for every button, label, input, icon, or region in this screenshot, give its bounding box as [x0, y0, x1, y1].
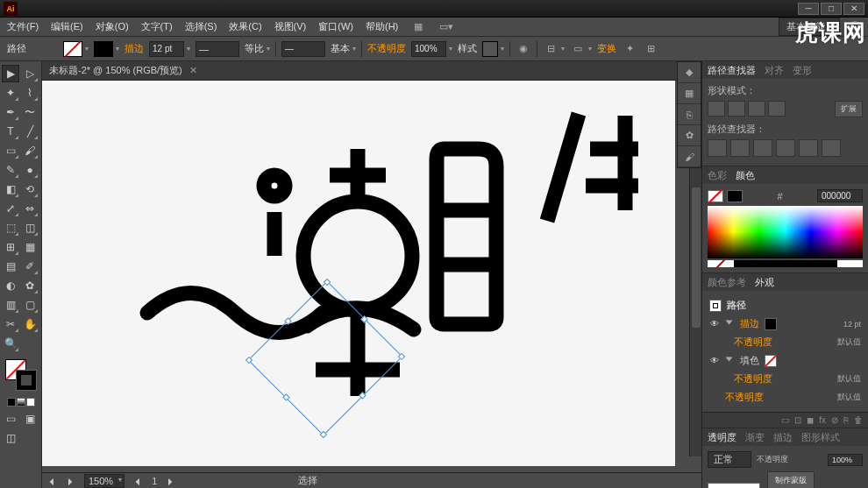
- outline-button[interactable]: [799, 139, 818, 157]
- dock-icon[interactable]: 🖌: [678, 146, 701, 167]
- stroke-color-swatch[interactable]: [765, 318, 777, 330]
- stroke-label[interactable]: 描边: [125, 42, 144, 55]
- merge-button[interactable]: [753, 139, 772, 157]
- menu-window[interactable]: 窗口(W): [318, 20, 353, 33]
- menu-select[interactable]: 选择(S): [185, 20, 217, 33]
- opacity-attr-label[interactable]: 不透明度: [734, 336, 772, 349]
- lasso-tool[interactable]: ⌇: [21, 84, 39, 102]
- magic-wand-tool[interactable]: ✦: [2, 84, 19, 102]
- appearance-row[interactable]: 不透明度 默认值: [708, 333, 863, 351]
- tab-stroke[interactable]: 描边: [773, 431, 793, 444]
- tab-graphic-styles[interactable]: 图形样式: [801, 431, 840, 444]
- tab-swatches[interactable]: 色彩: [708, 169, 727, 182]
- arrange-icon[interactable]: ▭▾: [438, 19, 454, 35]
- stroke-color-icon[interactable]: [16, 370, 37, 391]
- screen-mode-full[interactable]: ▣: [21, 410, 39, 428]
- minus-front-button[interactable]: [728, 101, 745, 117]
- unite-button[interactable]: [708, 101, 725, 117]
- color-spectrum[interactable]: [708, 206, 863, 258]
- recolor-icon[interactable]: ◉: [516, 41, 531, 57]
- dock-icon[interactable]: ▦: [678, 83, 701, 104]
- symbol-tool[interactable]: ✿: [21, 277, 39, 294]
- menu-help[interactable]: 帮助(H): [366, 20, 398, 33]
- stroke-weight-value[interactable]: 12 pt: [843, 320, 861, 329]
- artboard-nav-icon[interactable]: ⏵: [66, 476, 75, 486]
- tab-align[interactable]: 对齐: [765, 64, 784, 77]
- artboard-tool[interactable]: ▢: [21, 296, 39, 314]
- rotate-tool[interactable]: ⟲: [21, 180, 39, 198]
- expand-button[interactable]: 扩展: [835, 101, 863, 117]
- trim-button[interactable]: [730, 139, 750, 157]
- crop-button[interactable]: [776, 139, 795, 157]
- add-effect-icon[interactable]: fx: [819, 415, 826, 425]
- tab-pathfinder[interactable]: 路径查找器: [708, 64, 756, 77]
- disclosure-icon[interactable]: [726, 357, 733, 364]
- tab-close-icon[interactable]: ✕: [189, 65, 197, 76]
- bridge-icon[interactable]: ▦: [410, 19, 426, 35]
- appearance-row[interactable]: 👁 描边 12 pt: [708, 315, 863, 333]
- screen-mode-normal[interactable]: ▭: [2, 410, 19, 428]
- stroke-attr-label[interactable]: 描边: [740, 317, 759, 330]
- shape-builder-tool[interactable]: ◫: [21, 219, 39, 237]
- none-mode-icon[interactable]: [26, 398, 35, 407]
- artboard-nav-prev[interactable]: ⏴: [133, 476, 143, 486]
- fill-attr-label[interactable]: 填色: [740, 354, 759, 367]
- shape-icon[interactable]: ▭: [570, 41, 586, 57]
- minimize-button[interactable]: ─: [798, 3, 819, 15]
- zoom-tool[interactable]: 🔍: [2, 335, 19, 352]
- hand-tool[interactable]: ✋: [21, 315, 39, 333]
- style-swatch[interactable]: [482, 41, 498, 57]
- opacity-attr-label[interactable]: 不透明度: [725, 391, 764, 404]
- stroke-mini-swatch[interactable]: [727, 190, 743, 202]
- canvas[interactable]: ➤: [42, 81, 675, 466]
- visibility-icon[interactable]: [709, 393, 720, 403]
- rectangle-tool[interactable]: ▭: [2, 142, 19, 159]
- fill-swatch[interactable]: [63, 41, 82, 57]
- blend-tool[interactable]: ◐: [2, 277, 19, 294]
- dock-icon[interactable]: ◆: [678, 62, 701, 83]
- visibility-icon[interactable]: 👁: [709, 356, 720, 366]
- resize-handle[interactable]: [284, 317, 291, 324]
- brush-tool[interactable]: 🖌: [21, 142, 39, 159]
- menu-file[interactable]: 文件(F): [7, 20, 39, 33]
- tab-appearance[interactable]: 外观: [755, 276, 774, 289]
- menu-type[interactable]: 文字(T): [141, 20, 173, 33]
- canvas-viewport[interactable]: ➤: [42, 81, 701, 472]
- appearance-row[interactable]: 不透明度 默认值: [708, 370, 863, 388]
- tab-transparency[interactable]: 透明度: [708, 431, 736, 444]
- clear-icon[interactable]: ⊘: [831, 415, 838, 425]
- stroke-swatch[interactable]: [94, 41, 113, 57]
- width-tool[interactable]: ⇔: [21, 200, 39, 217]
- tab-transform[interactable]: 变形: [793, 64, 812, 77]
- dock-icon[interactable]: ⎘: [678, 104, 701, 125]
- visibility-icon[interactable]: 👁: [709, 319, 720, 329]
- dash-select[interactable]: —: [196, 41, 239, 57]
- pen-tool[interactable]: ✒: [2, 103, 19, 121]
- scroll-thumb[interactable]: [692, 187, 701, 328]
- divide-button[interactable]: [708, 139, 727, 157]
- tab-color-guide[interactable]: 颜色参考: [708, 276, 746, 289]
- minus-back-button[interactable]: [822, 139, 841, 157]
- line-tool[interactable]: ╱: [21, 123, 39, 140]
- workspace-selector[interactable]: 基本功能: [779, 18, 840, 36]
- artboard-nav-icon[interactable]: ⏴: [47, 476, 57, 486]
- profile-select[interactable]: —: [281, 41, 325, 57]
- resize-handle[interactable]: [320, 431, 327, 438]
- perspective-tool[interactable]: ⊞: [2, 238, 19, 256]
- hex-input[interactable]: 000000: [817, 189, 863, 202]
- menu-object[interactable]: 对象(O): [96, 20, 129, 33]
- menu-view[interactable]: 视图(V): [274, 20, 307, 33]
- appearance-row[interactable]: 👁 填色: [708, 351, 863, 370]
- align-icon[interactable]: ⊟: [543, 41, 559, 57]
- duplicate-icon[interactable]: ⎘: [843, 415, 849, 425]
- scale-tool[interactable]: ⤢: [2, 200, 19, 217]
- appearance-row[interactable]: 不透明度 默认值: [708, 388, 863, 407]
- document-tab[interactable]: 未标题-2* @ 150% (RGB/预览) ✕: [49, 64, 197, 77]
- make-mask-button[interactable]: 制作蒙版: [767, 471, 815, 488]
- fill-mini-swatch[interactable]: [708, 190, 723, 202]
- zoom-combo[interactable]: 150%: [84, 474, 125, 488]
- tab-color[interactable]: 颜色: [736, 169, 755, 182]
- intersect-button[interactable]: [748, 101, 765, 117]
- slice-tool[interactable]: ✂: [2, 315, 19, 333]
- opacity-input[interactable]: 100%: [828, 454, 863, 466]
